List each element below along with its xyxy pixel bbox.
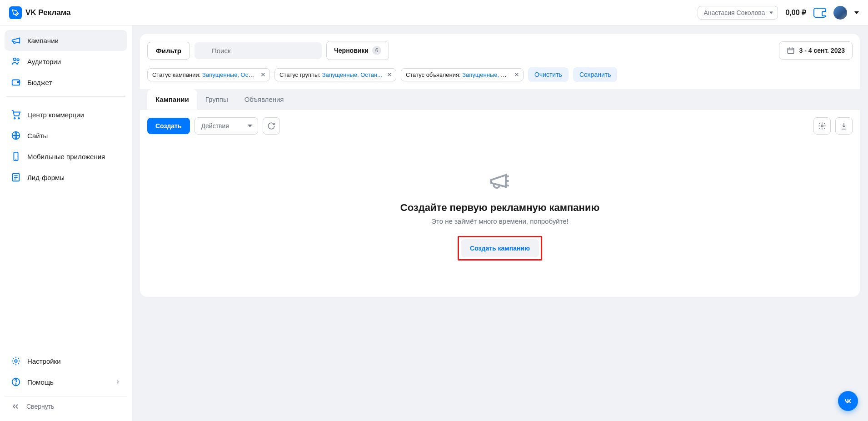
drafts-button[interactable]: Черновики 6 bbox=[326, 41, 389, 60]
save-filters-button[interactable]: Сохранить bbox=[573, 67, 618, 82]
logo-icon bbox=[9, 6, 22, 19]
tab-campaigns[interactable]: Кампании bbox=[147, 89, 197, 110]
svg-point-10 bbox=[15, 384, 16, 384]
sidebar-item-commerce[interactable]: Центр коммерции bbox=[5, 104, 127, 125]
create-button[interactable]: Создать bbox=[147, 118, 190, 134]
sidebar-item-campaigns[interactable]: Кампании bbox=[5, 30, 127, 51]
empty-title: Создайте первую рекламную кампанию bbox=[400, 202, 599, 214]
filter-chip-ad-status[interactable]: Статус объявления: Запущенные, Остан... … bbox=[401, 68, 524, 81]
filter-button[interactable]: Фильтр bbox=[147, 42, 190, 60]
gear-icon bbox=[11, 356, 21, 366]
nav-label: Бюджет bbox=[27, 79, 52, 86]
sidebar-item-mobile-apps[interactable]: Мобильные приложения bbox=[5, 146, 127, 167]
user-name: Анастасия Соколова bbox=[703, 9, 765, 16]
filter-chip-campaign-status[interactable]: Статус кампании: Запущенные, Остан... ✕ bbox=[147, 68, 270, 81]
nav-label: Сайты bbox=[27, 132, 48, 140]
close-icon[interactable]: ✕ bbox=[514, 71, 519, 78]
nav-label: Настройки bbox=[27, 357, 61, 365]
main-content: Фильтр Черновики 6 3 - 4 сент. 2023 bbox=[132, 25, 868, 421]
globe-icon bbox=[11, 130, 21, 140]
filter-chips-row: Статус кампании: Запущенные, Остан... ✕ … bbox=[140, 67, 860, 89]
wallet-nav-icon bbox=[11, 77, 21, 87]
clear-filters-button[interactable]: Очистить bbox=[528, 67, 569, 82]
sidebar-item-help[interactable]: Помощь bbox=[5, 371, 127, 392]
vk-fab[interactable] bbox=[838, 391, 858, 411]
search-wrap bbox=[195, 42, 322, 59]
svg-point-8 bbox=[15, 360, 17, 362]
nav-label: Мобильные приложения bbox=[27, 153, 105, 160]
chip-label: Статус группы: bbox=[279, 71, 320, 78]
sidebar-item-lead-forms[interactable]: Лид-формы bbox=[5, 167, 127, 188]
nav-label: Кампании bbox=[27, 37, 59, 45]
avatar[interactable] bbox=[833, 6, 847, 20]
svg-point-1 bbox=[17, 59, 19, 61]
sidebar-item-sites[interactable]: Сайты bbox=[5, 125, 127, 146]
brand-logo[interactable]: VK Реклама bbox=[9, 6, 71, 19]
content-panel: Фильтр Черновики 6 3 - 4 сент. 2023 bbox=[140, 34, 860, 297]
nav-label: Лид-формы bbox=[27, 174, 65, 181]
highlight-annotation: Создать кампанию bbox=[458, 236, 542, 261]
filter-chip-group-status[interactable]: Статус группы: Запущенные, Остан... ✕ bbox=[274, 68, 396, 81]
svg-rect-12 bbox=[788, 48, 794, 54]
chip-value: Запущенные, Остан... bbox=[320, 71, 382, 78]
tabs: Кампании Группы Объявления bbox=[140, 89, 860, 110]
download-button[interactable] bbox=[835, 117, 853, 135]
svg-point-13 bbox=[821, 125, 823, 127]
nav-label: Центр коммерции bbox=[27, 111, 84, 119]
date-range-text: 3 - 4 сент. 2023 bbox=[799, 47, 845, 54]
close-icon[interactable]: ✕ bbox=[387, 71, 392, 78]
tab-groups[interactable]: Группы bbox=[197, 89, 236, 110]
create-campaign-button[interactable]: Создать кампанию bbox=[461, 239, 539, 257]
users-icon bbox=[11, 56, 21, 66]
date-range-button[interactable]: 3 - 4 сент. 2023 bbox=[779, 41, 853, 60]
chip-label: Статус объявления: bbox=[406, 71, 461, 78]
settings-columns-button[interactable] bbox=[813, 117, 831, 135]
brand-text: VK Реклама bbox=[25, 8, 71, 17]
actions-select[interactable]: Действия bbox=[195, 117, 258, 135]
close-icon[interactable]: ✕ bbox=[260, 71, 266, 78]
megaphone-empty-icon bbox=[488, 169, 512, 193]
svg-point-0 bbox=[14, 58, 16, 61]
balance-amount: 0,00 ₽ bbox=[785, 8, 806, 17]
chip-label: Статус кампании: bbox=[152, 71, 200, 78]
mobile-icon bbox=[11, 151, 21, 161]
megaphone-icon bbox=[11, 35, 21, 45]
cart-icon bbox=[11, 110, 21, 120]
nav-label: Аудитории bbox=[27, 58, 61, 65]
collapse-label: Свернуть bbox=[26, 403, 54, 410]
user-account-select[interactable]: Анастасия Соколова bbox=[698, 6, 778, 20]
drafts-count: 6 bbox=[372, 46, 381, 55]
empty-subtitle: Это не займёт много времени, попробуйте! bbox=[431, 217, 569, 225]
app-header: VK Реклама Анастасия Соколова 0,00 ₽ bbox=[0, 0, 868, 25]
help-icon bbox=[11, 377, 21, 387]
actions-select-label: Действия bbox=[201, 122, 229, 130]
sidebar-collapse[interactable]: Свернуть bbox=[5, 396, 127, 416]
tab-ads[interactable]: Объявления bbox=[236, 89, 292, 110]
sidebar: Кампании Аудитории Бюджет Центр коммерци… bbox=[0, 25, 132, 421]
search-input[interactable] bbox=[195, 42, 322, 59]
chevron-right-icon bbox=[115, 379, 121, 385]
sidebar-item-budget[interactable]: Бюджет bbox=[5, 72, 127, 93]
toolbar: Фильтр Черновики 6 3 - 4 сент. 2023 bbox=[140, 34, 860, 67]
svg-point-4 bbox=[18, 118, 20, 119]
svg-point-3 bbox=[14, 118, 15, 119]
chip-value: Запущенные, Остан... bbox=[461, 71, 523, 78]
sidebar-item-settings[interactable]: Настройки bbox=[5, 351, 127, 371]
chevron-down-icon[interactable] bbox=[854, 11, 859, 14]
form-icon bbox=[11, 172, 21, 182]
calendar-icon bbox=[787, 46, 795, 55]
chip-value: Запущенные, Остан... bbox=[200, 71, 262, 78]
nav-label: Помощь bbox=[27, 378, 54, 386]
sidebar-item-audiences[interactable]: Аудитории bbox=[5, 51, 127, 72]
drafts-label: Черновики bbox=[334, 47, 369, 54]
refresh-button[interactable] bbox=[263, 117, 280, 135]
collapse-icon bbox=[11, 402, 20, 411]
empty-state: Создайте первую рекламную кампанию Это н… bbox=[140, 142, 860, 297]
actions-row: Создать Действия bbox=[140, 110, 860, 142]
wallet-icon[interactable] bbox=[813, 8, 826, 18]
nav-divider bbox=[6, 96, 125, 97]
